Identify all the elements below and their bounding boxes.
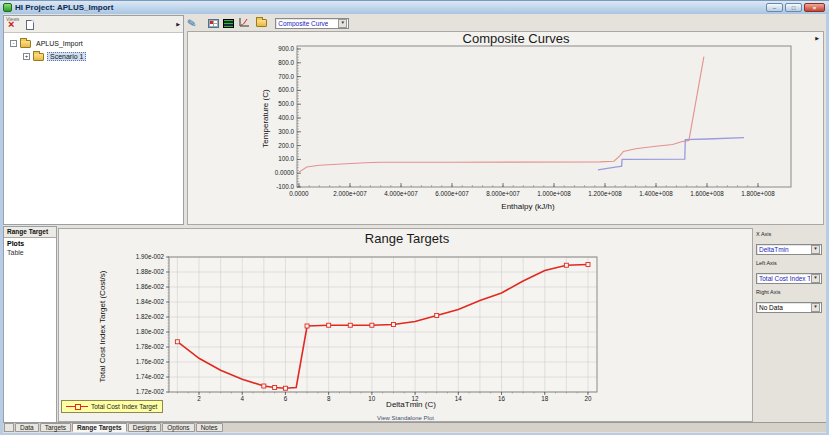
composite-curves-panel: 0.00002.000e+0074.000e+0076.000e+0078.00… [187,31,824,225]
svg-text:0.0000: 0.0000 [275,169,295,176]
x-axis-group: X Axis DeltaTmin ▼ [756,231,824,256]
left-axis-select[interactable]: Total Cost Index Target ▼ [756,273,822,284]
right-axis-label: Right Axis [756,289,824,295]
tree-item-scenario[interactable]: + Scenario 1 [23,50,183,63]
svg-text:-100.0: -100.0 [276,183,294,190]
nav-item-plots[interactable]: Plots [4,238,56,247]
folder-icon [33,53,44,61]
svg-text:1.800e+008: 1.800e+008 [741,190,775,197]
axis-controls-panel: X Axis DeltaTmin ▼ Left Axis Total Cost … [756,231,824,318]
folder-icon [20,40,31,48]
svg-text:0.0000: 0.0000 [289,190,309,197]
svg-text:700.0: 700.0 [278,73,294,80]
project-tree: - APLUS_Import + Scenario 1 [4,33,183,63]
tree-item-label: APLUS_Import [34,40,85,47]
maximize-button[interactable]: □ [785,3,802,12]
dropdown-arrow-icon[interactable]: ▼ [811,245,820,254]
svg-text:DeltaTmin (C): DeltaTmin (C) [386,400,436,409]
svg-text:14: 14 [455,395,463,402]
x-axis-select[interactable]: DeltaTmin ▼ [756,244,822,255]
tab-options[interactable]: Options [162,423,194,432]
svg-text:1.90e-002: 1.90e-002 [136,253,165,260]
bottom-tabbar: Data Targets Range Targets Designs Optio… [3,422,826,432]
svg-text:1.400e+008: 1.400e+008 [639,190,673,197]
svg-text:1.74e-002: 1.74e-002 [136,373,165,380]
legend-label: Total Cost Index Target [91,403,157,410]
svg-text:1.200e+008: 1.200e+008 [588,190,622,197]
maximize-icon: □ [792,5,796,11]
svg-text:8.000e+007: 8.000e+007 [486,190,520,197]
svg-text:8: 8 [327,395,331,402]
window-controls: – □ × [764,3,825,12]
project-tree-panel: Views × ▶ - APLUS_Import + Scenario 1 [3,15,184,225]
nav-item-table[interactable]: Table [4,247,56,256]
svg-text:Range Targets: Range Targets [365,231,450,246]
expand-box-icon[interactable]: + [23,53,30,60]
tab-designs[interactable]: Designs [128,423,161,432]
panel-expand-arrow-icon[interactable]: ▶ [176,22,180,27]
svg-text:4.000e+007: 4.000e+007 [384,190,418,197]
tab-range-targets[interactable]: Range Targets [72,423,127,432]
svg-text:1.000e+008: 1.000e+008 [537,190,571,197]
left-axis-value: Total Cost Index Target [759,275,810,282]
dropdown-arrow-icon[interactable]: ▼ [811,274,820,283]
tree-item-project[interactable]: - APLUS_Import [10,37,183,50]
svg-text:800.0: 800.0 [278,59,294,66]
matrix-icon[interactable] [223,19,234,28]
svg-text:600.0: 600.0 [278,86,294,93]
close-button[interactable]: × [804,3,825,12]
dropdown-arrow-icon[interactable]: ▼ [338,19,347,28]
right-axis-value: No Data [759,304,783,311]
svg-text:1.82e-002: 1.82e-002 [136,313,165,320]
svg-text:6.000e+007: 6.000e+007 [435,190,469,197]
composite-curves-chart: 0.00002.000e+0074.000e+0076.000e+0078.00… [188,32,825,226]
client-area: Views × ▶ - APLUS_Import + Scenario 1 [3,14,826,433]
folder-icon[interactable] [256,19,267,27]
view-standalone-plot-link[interactable]: View Standalone Plot [59,415,752,421]
svg-text:1.76e-002: 1.76e-002 [136,358,165,365]
titlebar[interactable]: HI Project: APLUS_Import – □ × [0,1,829,14]
window-title: HI Project: APLUS_Import [15,3,113,12]
tab-scroll-stub[interactable] [4,423,14,432]
right-axis-select[interactable]: No Data ▼ [756,302,822,313]
svg-text:1.78e-002: 1.78e-002 [136,343,165,350]
minimize-icon: – [773,5,776,11]
svg-text:1.88e-002: 1.88e-002 [136,268,165,275]
collapse-box-icon[interactable]: - [10,40,17,47]
legend-line-icon [66,403,88,410]
svg-text:2.000e+007: 2.000e+007 [333,190,367,197]
panel-expand-arrow-icon[interactable]: ▶ [815,36,819,41]
tree-toolbar: Views × ▶ [4,16,183,33]
table-icon[interactable] [208,19,219,28]
plot-icon[interactable] [238,14,250,32]
x-axis-value: DeltaTmin [759,246,789,253]
right-axis-group: Right Axis No Data ▼ [756,289,824,314]
svg-text:1.86e-002: 1.86e-002 [136,283,165,290]
range-target-nav: Range Target Plots Table [3,226,57,423]
svg-text:Temperature (C): Temperature (C) [261,89,270,148]
x-axis-label: X Axis [756,231,824,237]
minimize-button[interactable]: – [766,3,783,12]
app-icon [3,3,12,12]
left-axis-group: Left Axis Total Cost Index Target ▼ [756,260,824,285]
left-axis-label: Left Axis [756,260,824,266]
tab-notes[interactable]: Notes [196,423,223,432]
dropdown-arrow-icon[interactable]: ▼ [811,303,820,312]
svg-text:1.80e-002: 1.80e-002 [136,328,165,335]
svg-text:4: 4 [240,395,244,402]
new-item-icon[interactable] [26,20,34,30]
svg-text:1.600e+008: 1.600e+008 [690,190,724,197]
svg-text:500.0: 500.0 [278,100,294,107]
pen-icon[interactable]: ✎ [186,17,197,29]
svg-text:16: 16 [498,395,506,402]
delete-icon[interactable]: × [8,19,14,30]
tab-data[interactable]: Data [15,423,39,432]
tab-targets[interactable]: Targets [40,423,71,432]
svg-text:Composite Curves: Composite Curves [463,32,570,46]
range-targets-panel: 24681012141618201.90e-0021.88e-0021.86e-… [58,228,753,422]
svg-text:300.0: 300.0 [278,128,294,135]
svg-text:6: 6 [284,395,288,402]
plot-type-select[interactable]: Composite Curve ▼ [275,18,349,29]
svg-text:400.0: 400.0 [278,114,294,121]
svg-text:20: 20 [584,395,592,402]
